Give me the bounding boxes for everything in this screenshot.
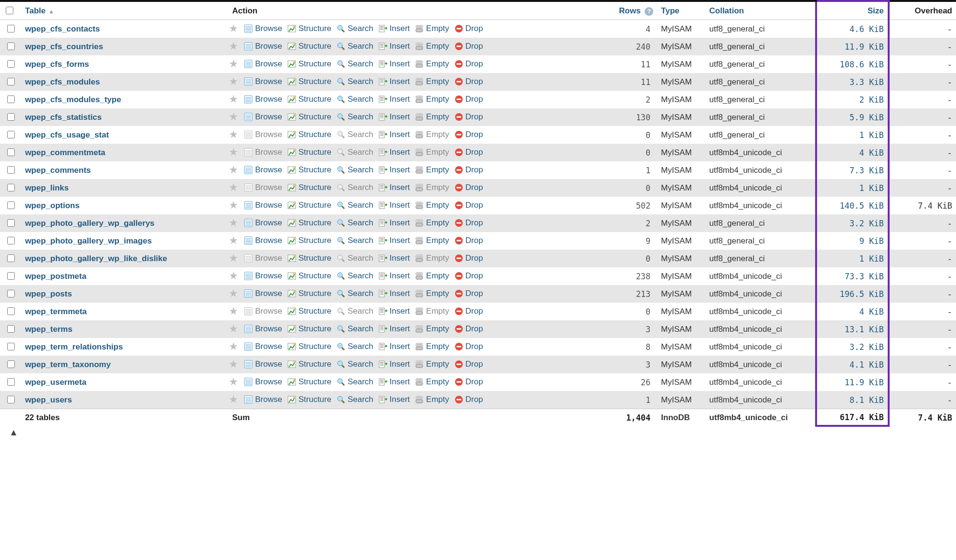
favorite-star-icon[interactable]: ★ [228, 271, 239, 281]
row-checkbox[interactable] [7, 307, 15, 315]
structure-link[interactable]: Structure [287, 395, 331, 404]
insert-link[interactable]: Insert [378, 324, 410, 334]
insert-link[interactable]: Insert [378, 148, 410, 157]
structure-link[interactable]: Structure [287, 183, 331, 192]
browse-link[interactable]: Browse [244, 342, 282, 351]
insert-link[interactable]: Insert [378, 24, 410, 33]
insert-link[interactable]: Insert [378, 95, 410, 104]
th-rows[interactable]: Rows ? [609, 1, 657, 20]
row-checkbox[interactable] [7, 254, 15, 262]
search-link[interactable]: Search [336, 112, 373, 122]
structure-link[interactable]: Structure [287, 24, 331, 33]
empty-link[interactable]: Empty [414, 324, 449, 334]
structure-link[interactable]: Structure [287, 218, 331, 228]
search-link[interactable]: Search [336, 324, 373, 334]
table-name-link[interactable]: wpep_photo_gallery_wp_images [25, 236, 151, 245]
insert-link[interactable]: Insert [378, 306, 410, 316]
structure-link[interactable]: Structure [287, 271, 331, 281]
empty-link[interactable]: Empty [414, 24, 449, 33]
favorite-star-icon[interactable]: ★ [228, 148, 239, 157]
browse-link[interactable]: Browse [244, 254, 282, 263]
row-checkbox[interactable] [7, 360, 15, 368]
empty-link[interactable]: Empty [414, 112, 449, 122]
empty-link[interactable]: Empty [414, 130, 449, 139]
insert-link[interactable]: Insert [378, 254, 410, 263]
empty-link[interactable]: Empty [414, 342, 449, 351]
insert-link[interactable]: Insert [378, 112, 410, 122]
drop-link[interactable]: Drop [454, 395, 483, 404]
row-checkbox[interactable] [7, 166, 15, 174]
insert-link[interactable]: Insert [378, 165, 410, 175]
table-name-link[interactable]: wpep_cfs_modules_type [25, 95, 121, 104]
search-link[interactable]: Search [336, 218, 373, 228]
insert-link[interactable]: Insert [378, 271, 410, 281]
drop-link[interactable]: Drop [454, 254, 483, 263]
structure-link[interactable]: Structure [287, 236, 331, 245]
table-name-link[interactable]: wpep_termmeta [25, 307, 86, 316]
drop-link[interactable]: Drop [454, 324, 483, 334]
favorite-star-icon[interactable]: ★ [228, 359, 239, 369]
insert-link[interactable]: Insert [378, 130, 410, 139]
empty-link[interactable]: Empty [414, 395, 449, 404]
th-overhead[interactable]: Overhead [889, 1, 956, 20]
search-link[interactable]: Search [336, 271, 373, 281]
drop-link[interactable]: Drop [454, 271, 483, 281]
row-checkbox[interactable] [7, 42, 15, 50]
search-link[interactable]: Search [336, 359, 373, 369]
table-name-link[interactable]: wpep_cfs_usage_stat [25, 130, 109, 139]
favorite-star-icon[interactable]: ★ [228, 377, 239, 387]
empty-link[interactable]: Empty [414, 42, 449, 51]
table-name-link[interactable]: wpep_photo_gallery_wp_like_dislike [25, 254, 167, 263]
empty-link[interactable]: Empty [414, 254, 449, 263]
browse-link[interactable]: Browse [244, 359, 282, 369]
empty-link[interactable]: Empty [414, 165, 449, 175]
favorite-star-icon[interactable]: ★ [228, 236, 239, 245]
empty-link[interactable]: Empty [414, 59, 449, 69]
empty-link[interactable]: Empty [414, 289, 449, 298]
insert-link[interactable]: Insert [378, 377, 410, 387]
favorite-star-icon[interactable]: ★ [228, 24, 239, 33]
row-checkbox[interactable] [7, 219, 15, 227]
empty-link[interactable]: Empty [414, 148, 449, 157]
th-table[interactable]: Table▲ [21, 1, 228, 20]
th-type[interactable]: Type [657, 1, 705, 20]
row-checkbox[interactable] [7, 78, 15, 85]
insert-link[interactable]: Insert [378, 42, 410, 51]
favorite-star-icon[interactable]: ★ [228, 165, 239, 175]
browse-link[interactable]: Browse [244, 59, 282, 69]
search-link[interactable]: Search [336, 165, 373, 175]
row-checkbox[interactable] [7, 25, 15, 32]
table-name-link[interactable]: wpep_comments [25, 166, 91, 175]
browse-link[interactable]: Browse [244, 42, 282, 51]
drop-link[interactable]: Drop [454, 218, 483, 228]
favorite-star-icon[interactable]: ★ [228, 324, 239, 334]
table-name-link[interactable]: wpep_links [25, 183, 69, 192]
drop-link[interactable]: Drop [454, 377, 483, 387]
insert-link[interactable]: Insert [378, 218, 410, 228]
table-name-link[interactable]: wpep_photo_gallery_wp_gallerys [25, 219, 154, 228]
structure-link[interactable]: Structure [287, 201, 331, 210]
row-checkbox[interactable] [7, 396, 15, 403]
search-link[interactable]: Search [336, 236, 373, 245]
favorite-star-icon[interactable]: ★ [228, 183, 239, 192]
favorite-star-icon[interactable]: ★ [228, 42, 239, 51]
row-checkbox[interactable] [7, 343, 15, 350]
drop-link[interactable]: Drop [454, 59, 483, 69]
favorite-star-icon[interactable]: ★ [228, 289, 239, 298]
empty-link[interactable]: Empty [414, 218, 449, 228]
insert-link[interactable]: Insert [378, 359, 410, 369]
empty-link[interactable]: Empty [414, 377, 449, 387]
structure-link[interactable]: Structure [287, 324, 331, 334]
insert-link[interactable]: Insert [378, 77, 410, 86]
table-name-link[interactable]: wpep_term_relationships [25, 342, 123, 351]
drop-link[interactable]: Drop [454, 77, 483, 86]
drop-link[interactable]: Drop [454, 201, 483, 210]
empty-link[interactable]: Empty [414, 183, 449, 192]
row-checkbox[interactable] [7, 378, 15, 386]
search-link[interactable]: Search [336, 95, 373, 104]
browse-link[interactable]: Browse [244, 24, 282, 33]
structure-link[interactable]: Structure [287, 95, 331, 104]
structure-link[interactable]: Structure [287, 165, 331, 175]
browse-link[interactable]: Browse [244, 112, 282, 122]
table-name-link[interactable]: wpep_terms [25, 325, 72, 334]
